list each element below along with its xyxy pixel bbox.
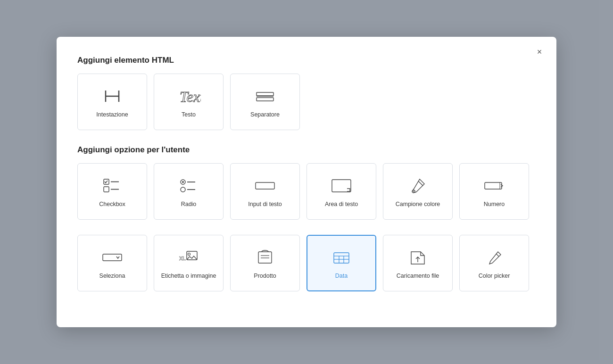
svg-text:Text: Text <box>180 88 201 105</box>
card-label-campione-colore: Campione colore <box>396 201 440 207</box>
number-icon <box>482 175 506 196</box>
card-input-testo[interactable]: Input di testo <box>230 163 300 220</box>
svg-rect-17 <box>332 180 351 192</box>
section2-title: Aggiungi opzione per l'utente <box>77 145 536 155</box>
section2-cards-row2: Seleziona XL Etichetta o immagine <box>77 235 536 291</box>
card-label-input-testo: Input di testo <box>248 201 282 207</box>
textarea-icon <box>329 175 354 196</box>
color-picker-icon <box>483 247 505 268</box>
card-numero[interactable]: Numero <box>459 163 529 220</box>
svg-point-12 <box>182 181 184 183</box>
section1-title: Aggiungi elemento HTML <box>77 56 536 65</box>
card-label-seleziona: Seleziona <box>99 273 125 279</box>
card-campione-colore[interactable]: Campione colore <box>383 163 453 220</box>
card-label-area-testo: Area di testo <box>325 201 358 207</box>
svg-rect-29 <box>334 253 349 263</box>
card-caricamento-file[interactable]: Caricamento file <box>383 235 453 291</box>
card-data[interactable]: Data <box>306 235 376 291</box>
card-label-checkbox: Checkbox <box>99 201 125 207</box>
card-prodotto[interactable]: Prodotto <box>230 235 300 291</box>
card-seleziona[interactable]: Seleziona <box>77 235 147 291</box>
card-intestazione[interactable]: Intestazione <box>77 74 147 130</box>
card-label-numero: Numero <box>484 201 505 207</box>
svg-rect-5 <box>257 98 273 101</box>
color-swatch-icon <box>406 175 429 196</box>
checkbox-icon <box>101 175 124 196</box>
section1-cards: Intestazione Text Testo <box>77 74 536 130</box>
product-icon <box>254 247 276 268</box>
card-separatore[interactable]: Separatore <box>230 74 300 130</box>
card-area-testo[interactable]: Area di testo <box>306 163 376 220</box>
card-label-intestazione: Intestazione <box>96 111 128 118</box>
svg-text:XL: XL <box>179 256 186 261</box>
svg-point-24 <box>188 253 191 256</box>
card-label-separatore: Separatore <box>250 111 280 118</box>
label-image-icon: XL <box>176 247 201 268</box>
background: × Aggiungi elemento HTML Intestazione <box>0 0 613 364</box>
card-label-prodotto: Prodotto <box>254 273 276 279</box>
card-label-color-picker: Color picker <box>479 273 510 279</box>
svg-line-35 <box>496 254 499 256</box>
file-upload-icon <box>406 247 429 268</box>
card-label-radio: Radio <box>181 201 197 207</box>
input-text-icon <box>253 175 277 196</box>
card-etichetta-immagine[interactable]: XL Etichetta o immagine <box>154 235 224 291</box>
svg-rect-9 <box>104 187 109 192</box>
card-checkbox[interactable]: Checkbox <box>77 163 147 220</box>
card-testo[interactable]: Text Testo <box>154 74 224 130</box>
section2-cards-row1: Checkbox Radio <box>77 163 536 220</box>
card-label-data: Data <box>335 273 348 279</box>
select-icon <box>100 247 124 268</box>
svg-rect-20 <box>485 182 502 189</box>
svg-rect-26 <box>258 252 272 263</box>
separator-icon <box>253 86 277 107</box>
close-button[interactable]: × <box>533 45 546 58</box>
card-radio[interactable]: Radio <box>154 163 224 220</box>
modal-dialog: × Aggiungi elemento HTML Intestazione <box>57 37 556 327</box>
card-label-testo: Testo <box>182 111 196 118</box>
heading-icon <box>101 86 124 107</box>
radio-icon <box>177 175 200 196</box>
data-icon <box>330 247 353 268</box>
svg-rect-4 <box>257 92 273 96</box>
card-label-caricamento-file: Caricamento file <box>397 273 439 279</box>
modal-overlay: × Aggiungi elemento HTML Intestazione <box>0 0 613 364</box>
card-color-picker[interactable]: Color picker <box>459 235 529 291</box>
svg-rect-16 <box>256 182 274 189</box>
text-icon: Text <box>176 86 201 107</box>
card-label-etichetta-immagine: Etichetta o immagine <box>161 273 216 279</box>
svg-point-14 <box>181 187 185 192</box>
